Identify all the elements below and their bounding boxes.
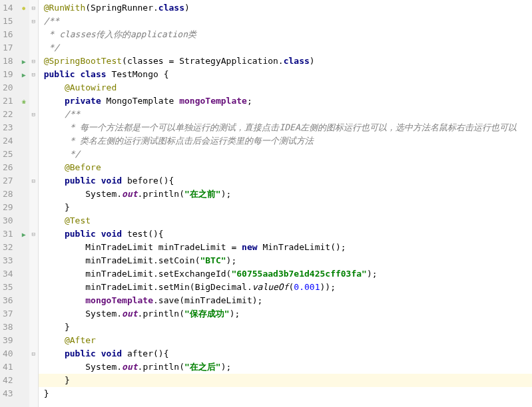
fold-marker[interactable]: [29, 227, 38, 241]
code-line[interactable]: private MongoTemplate mongoTemplate;: [39, 94, 532, 108]
run-icon[interactable]: ▶: [22, 71, 26, 78]
run-icon[interactable]: ▶: [22, 58, 26, 65]
token: );: [367, 269, 378, 279]
gutter-icon-empty: [19, 134, 29, 148]
code-line[interactable]: System.out.println("保存成功");: [39, 307, 532, 321]
line-number: 42: [3, 374, 13, 387]
code-line[interactable]: }: [39, 387, 532, 400]
line-number: 24: [3, 134, 13, 148]
code-line[interactable]: @After: [39, 334, 532, 347]
gutter-icon-empty: [19, 387, 29, 400]
gutter-icon-empty: [19, 28, 29, 41]
run-icon[interactable]: ▶: [22, 231, 26, 238]
gutter-icon-empty: [19, 214, 29, 227]
code-line[interactable]: * classes传入你的application类: [39, 28, 532, 41]
token: 0.001: [294, 282, 320, 292]
run-gutter-icon[interactable]: ▶: [19, 68, 29, 81]
gutter-icon-empty: [19, 148, 29, 161]
code-line[interactable]: public void after(){: [39, 347, 532, 360]
gutter-icon-empty: [19, 81, 29, 94]
token: TestMongo {: [111, 69, 168, 79]
fold-marker: [29, 148, 38, 161]
token: ): [184, 3, 190, 13]
fold-marker: [29, 161, 38, 174]
code-line[interactable]: minTradeLimit.setExchangeId("60755aad3b7…: [39, 267, 532, 281]
line-number: 27: [3, 174, 13, 188]
warning-icon[interactable]: ●: [22, 5, 25, 11]
token: test(){: [127, 229, 164, 239]
line-number: 30: [3, 214, 13, 227]
fold-marker: [29, 241, 38, 254]
code-area[interactable]: @RunWith(SpringRunner.class)/** * classe…: [39, 0, 532, 407]
token: valueOf: [252, 282, 289, 292]
gutter-icon-empty: [19, 121, 29, 134]
token: ): [310, 56, 315, 66]
spring-icon[interactable]: ❀: [22, 98, 26, 105]
code-line[interactable]: MinTradeLimit minTradeLimit = new MinTra…: [39, 241, 532, 254]
code-line[interactable]: * 类名左侧的运行测试图标点击后会运行类里的每一个测试方法: [39, 134, 532, 148]
token: .println(: [138, 189, 184, 199]
code-line[interactable]: @Before: [39, 161, 532, 174]
fold-marker: [29, 360, 38, 374]
code-line[interactable]: }: [39, 201, 532, 214]
run-gutter-icon[interactable]: ▶: [19, 55, 29, 68]
token: );: [230, 309, 240, 319]
line-numbers: 1415161718192021222324252627282930313233…: [0, 0, 19, 407]
token: public void: [65, 229, 127, 239]
code-line[interactable]: @SpringBootTest(classes = StrategyApplic…: [39, 55, 532, 68]
run-gutter-icon[interactable]: ▶: [19, 227, 29, 241]
code-line[interactable]: @Autowired: [39, 81, 532, 94]
token: public class: [44, 69, 112, 79]
code-line[interactable]: System.out.println("在之后");: [39, 360, 532, 374]
token: }: [65, 375, 70, 385]
code-line[interactable]: */: [39, 41, 532, 55]
line-number: 41: [3, 360, 13, 374]
code-line[interactable]: @RunWith(SpringRunner.class): [39, 1, 532, 15]
code-line[interactable]: /**: [39, 108, 532, 121]
code-line[interactable]: mongoTemplate.save(minTradeLimit);: [39, 294, 532, 307]
gutter-icons: ●▶▶❀▶: [19, 0, 29, 407]
token: minTradeLimit.setExchangeId(: [85, 269, 231, 279]
fold-marker[interactable]: [29, 68, 38, 81]
token: System.: [85, 309, 122, 319]
token: public void: [65, 348, 127, 358]
spring-gutter-icon[interactable]: ❀: [19, 94, 29, 108]
token: MongoTemplate: [107, 96, 180, 106]
token: mongoTemplate: [85, 295, 153, 305]
token: ;: [247, 96, 252, 106]
fold-marker[interactable]: [29, 347, 38, 360]
gutter-icon-empty: [19, 108, 29, 121]
gutter-icon-empty: [19, 267, 29, 281]
code-line[interactable]: public void before(){: [39, 174, 532, 188]
token: MinTradeLimit();: [262, 242, 346, 252]
token: new: [242, 242, 262, 252]
code-line[interactable]: }: [39, 321, 532, 334]
code-line[interactable]: @Test: [39, 214, 532, 227]
code-line[interactable]: minTradeLimit.setCoin("BTC");: [39, 254, 532, 267]
token: out: [122, 309, 137, 319]
line-number: 36: [3, 294, 13, 307]
code-line[interactable]: System.out.println("在之前");: [39, 188, 532, 201]
code-line[interactable]: */: [39, 148, 532, 161]
code-line[interactable]: /**: [39, 15, 532, 28]
fold-marker[interactable]: [29, 174, 38, 188]
token: );: [226, 255, 237, 265]
token: @SpringBootTest: [44, 56, 122, 66]
line-number: 34: [3, 267, 13, 281]
code-line[interactable]: public class TestMongo {: [39, 68, 532, 81]
code-line[interactable]: * 每一个方法都是一个可以单独运行的测试，直接点击IDEA左侧的图标运行也可以，…: [39, 121, 532, 134]
fold-marker[interactable]: [29, 15, 38, 28]
code-line[interactable]: }: [39, 374, 532, 387]
code-line[interactable]: minTradeLimit.setMin(BigDecimal.valueOf(…: [39, 281, 532, 294]
gutter-icon-empty: [19, 307, 29, 321]
fold-marker[interactable]: [29, 1, 38, 15]
gutter-icon-empty: [19, 15, 29, 28]
fold-marker[interactable]: [29, 55, 38, 68]
code-line[interactable]: public void test(){: [39, 227, 532, 241]
warning-gutter-icon[interactable]: ●: [19, 1, 29, 15]
fold-marker[interactable]: [29, 108, 38, 121]
line-number: 43: [3, 387, 13, 400]
fold-marker: [29, 94, 38, 108]
token: .println(: [138, 309, 184, 319]
gutter-icon-empty: [19, 294, 29, 307]
